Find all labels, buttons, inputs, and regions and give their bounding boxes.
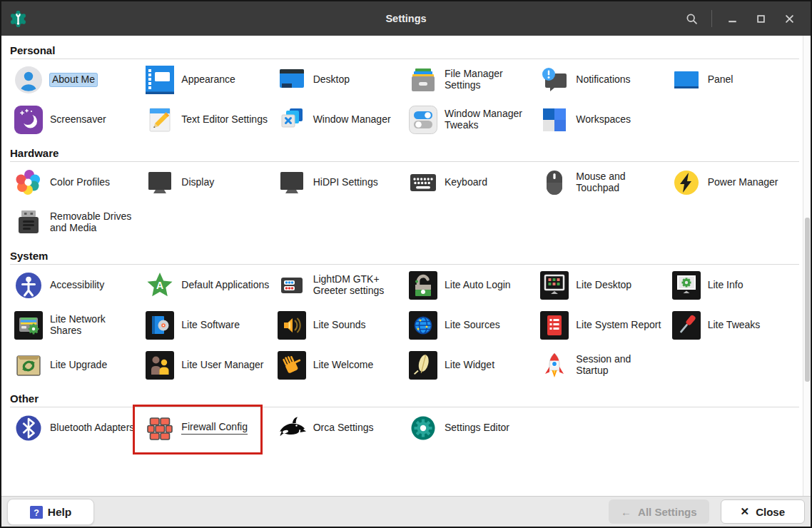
user-manager-icon	[146, 351, 174, 380]
settings-item-bluetooth-adapters[interactable]: Bluetooth Adapters	[10, 408, 141, 448]
settings-item-lite-auto-login[interactable]: Lite Auto Login	[405, 265, 536, 305]
wm-tweaks-icon	[409, 106, 437, 134]
orca-icon	[278, 414, 306, 442]
item-label: Panel	[708, 74, 734, 86]
settings-editor-icon	[409, 414, 437, 442]
system-report-icon	[540, 311, 569, 340]
settings-item-session-and-startup[interactable]: Session and Startup	[536, 345, 667, 385]
item-label: Power Manager	[708, 177, 778, 188]
scrollbar-track[interactable]	[803, 36, 811, 497]
settings-item-default-applications[interactable]: ADefault Applications	[141, 265, 273, 305]
section-header: Other	[10, 392, 799, 405]
help-label: Help	[48, 506, 72, 519]
scrollbar-thumb[interactable]	[805, 218, 810, 382]
item-label: Lite User Manager	[181, 360, 263, 371]
firewall-icon	[146, 414, 174, 442]
all-settings-button[interactable]: ← All Settings	[609, 499, 709, 524]
appearance-icon	[146, 66, 174, 94]
workspaces-icon	[540, 106, 569, 134]
item-label: Lite Upgrade	[50, 360, 107, 371]
section-grid: Color ProfilesDisplayHiDPI SettingsKeybo…	[10, 163, 799, 243]
item-label: Lite Auto Login	[445, 280, 511, 291]
settings-item-power-manager[interactable]: Power Manager	[668, 163, 799, 203]
settings-item-lite-sounds[interactable]: Lite Sounds	[273, 305, 405, 345]
item-label: Display	[181, 177, 214, 188]
settings-item-mouse-and-touchpad[interactable]: Mouse and Touchpad	[536, 163, 667, 203]
item-label: Lite Desktop	[576, 280, 631, 291]
section-other: OtherBluetooth AdaptersFirewall ConfigOr…	[10, 392, 799, 448]
settings-item-lite-widget[interactable]: Lite Widget	[405, 345, 536, 385]
settings-item-hidpi-settings[interactable]: HiDPI Settings	[273, 163, 405, 203]
default-apps-icon: A	[146, 271, 174, 300]
sources-icon	[409, 311, 437, 340]
item-label: Lite Info	[708, 280, 744, 291]
item-label: LightDM GTK+ Greeter settings	[313, 274, 402, 296]
settings-item-lite-info[interactable]: Lite Info	[668, 265, 799, 305]
power-icon	[672, 168, 701, 197]
settings-item-screensaver[interactable]: Screensaver	[10, 100, 141, 140]
settings-item-workspaces[interactable]: Workspaces	[536, 100, 667, 140]
settings-item-lite-software[interactable]: Lite Software	[141, 305, 273, 345]
item-label: Notifications	[576, 74, 630, 86]
settings-app-icon	[9, 9, 28, 29]
section-divider	[10, 59, 799, 59]
close-window-button[interactable]	[775, 6, 803, 31]
settings-item-notifications[interactable]: Notifications	[536, 60, 667, 100]
settings-item-lite-network-shares[interactable]: Lite Network Shares	[10, 305, 141, 345]
titlebar: Settings	[1, 1, 811, 36]
section-grid: About MeAppearanceDesktopFile Manager Se…	[10, 60, 799, 140]
settings-item-file-manager-settings[interactable]: File Manager Settings	[405, 60, 536, 100]
bluetooth-icon	[14, 414, 43, 442]
settings-item-accessibility[interactable]: Accessibility	[10, 265, 141, 305]
hidpi-icon	[278, 168, 306, 197]
keyboard-icon	[409, 168, 437, 197]
settings-item-lite-upgrade[interactable]: Lite Upgrade	[10, 345, 141, 385]
maximize-button[interactable]	[746, 6, 775, 31]
settings-item-window-manager[interactable]: Window Manager	[273, 100, 405, 140]
settings-item-lite-system-report[interactable]: Lite System Report	[536, 305, 667, 345]
help-button[interactable]: ? Help	[7, 499, 94, 525]
user-icon	[14, 66, 43, 94]
item-label: Lite Tweaks	[708, 320, 761, 331]
settings-item-lite-desktop[interactable]: Lite Desktop	[536, 265, 667, 305]
upgrade-icon	[14, 351, 43, 380]
item-label: Text Editor Settings	[181, 114, 268, 126]
section-grid: Bluetooth AdaptersFirewall ConfigOrca Se…	[10, 408, 799, 448]
settings-item-lite-user-manager[interactable]: Lite User Manager	[141, 345, 273, 385]
settings-item-about-me[interactable]: About Me	[10, 60, 141, 100]
settings-item-settings-editor[interactable]: Settings Editor	[405, 408, 536, 448]
lite-info-icon	[672, 271, 701, 300]
minimize-icon	[725, 11, 740, 26]
settings-item-lite-welcome[interactable]: Lite Welcome	[273, 345, 405, 385]
settings-item-text-editor-settings[interactable]: Text Editor Settings	[141, 100, 273, 140]
search-button[interactable]	[677, 6, 706, 31]
search-icon	[684, 11, 699, 26]
item-label: Mouse and Touchpad	[576, 171, 664, 193]
settings-item-lightdm-gtk-greeter-settings[interactable]: LightDM GTK+ Greeter settings	[273, 265, 405, 305]
settings-item-keyboard[interactable]: Keyboard	[405, 163, 536, 203]
section-divider	[10, 161, 799, 162]
window-manager-icon	[278, 106, 306, 134]
minimize-button[interactable]	[718, 6, 746, 31]
item-label: Settings Editor	[445, 422, 509, 434]
settings-item-removable-drives-and-media[interactable]: Removable Drives and Media	[10, 203, 141, 243]
file-manager-icon	[409, 66, 437, 94]
settings-item-appearance[interactable]: Appearance	[141, 60, 273, 100]
settings-item-firewall-config[interactable]: Firewall Config	[141, 408, 273, 448]
settings-item-window-manager-tweaks[interactable]: Window Manager Tweaks	[405, 100, 536, 140]
settings-item-lite-sources[interactable]: Lite Sources	[405, 305, 536, 345]
settings-item-color-profiles[interactable]: Color Profiles	[10, 163, 141, 203]
settings-item-desktop[interactable]: Desktop	[273, 60, 405, 100]
settings-item-display[interactable]: Display	[141, 163, 273, 203]
section-hardware: HardwareColor ProfilesDisplayHiDPI Setti…	[10, 147, 799, 243]
close-icon	[782, 11, 797, 26]
settings-item-orca-settings[interactable]: Orca Settings	[273, 408, 405, 448]
section-personal: PersonalAbout MeAppearanceDesktopFile Ma…	[10, 44, 799, 140]
svg-text:A: A	[156, 280, 163, 291]
settings-item-panel[interactable]: Panel	[668, 60, 799, 100]
close-button[interactable]: ✕ Close	[721, 499, 805, 524]
settings-item-lite-tweaks[interactable]: Lite Tweaks	[668, 305, 799, 345]
footer-actions: ← All Settings ✕ Close	[609, 499, 805, 524]
titlebar-controls	[677, 1, 811, 36]
item-label: Lite Widget	[445, 360, 494, 371]
